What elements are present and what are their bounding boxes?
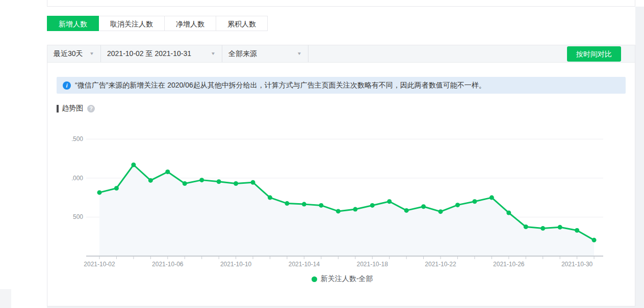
chart-point[interactable] bbox=[302, 202, 306, 207]
chart-point[interactable] bbox=[558, 225, 562, 230]
chart-point[interactable] bbox=[234, 181, 238, 186]
question-icon[interactable]: ? bbox=[87, 105, 95, 113]
chart-point[interactable] bbox=[524, 225, 528, 229]
chart-point[interactable] bbox=[592, 238, 597, 242]
trend-card: 最近30天 ▼ 2021-10-02 至 2021-10-31 ▼ 全部来源 ▼… bbox=[47, 45, 635, 306]
chart-y-label: 1000 bbox=[72, 175, 83, 182]
chevron-down-icon: ▼ bbox=[211, 51, 216, 56]
chart-point[interactable] bbox=[421, 204, 426, 209]
source-value: 全部来源 bbox=[228, 49, 257, 59]
page-background-corner bbox=[0, 289, 11, 308]
filter-bar: 最近30天 ▼ 2021-10-02 至 2021-10-31 ▼ 全部来源 ▼… bbox=[47, 45, 635, 63]
chart-x-label: 2021-10-30 bbox=[561, 261, 593, 268]
chart-point[interactable] bbox=[439, 209, 443, 214]
chart-point[interactable] bbox=[490, 195, 494, 200]
chart-x-label: 2021-10-22 bbox=[425, 261, 456, 268]
source-select[interactable]: 全部来源 ▼ bbox=[222, 45, 308, 62]
time-range-value: 最近30天 bbox=[54, 49, 83, 59]
chart-point[interactable] bbox=[540, 226, 545, 231]
chart-point[interactable] bbox=[353, 207, 357, 212]
notice-banner: i “微信广告”来源的新增关注在 2020/06起从其他中拆分给出，计算方式与广… bbox=[57, 77, 626, 94]
info-icon: i bbox=[63, 81, 71, 90]
chart-point[interactable] bbox=[251, 180, 255, 185]
chart-x-label: 2021-10-18 bbox=[357, 261, 389, 268]
chart-point[interactable] bbox=[217, 179, 221, 184]
page-background-right bbox=[635, 7, 644, 308]
chevron-down-icon: ▼ bbox=[297, 51, 302, 56]
trend-chart[interactable]: 500100015002021-10-022021-10-062021-10-1… bbox=[72, 130, 612, 268]
chart-y-label: 500 bbox=[73, 213, 83, 220]
metric-tabs: 新增人数 取消关注人数 净增人数 累积人数 bbox=[47, 16, 268, 31]
chart-point[interactable] bbox=[148, 178, 153, 183]
time-range-select[interactable]: 最近30天 ▼ bbox=[47, 45, 101, 62]
date-range-picker[interactable]: 2021-10-02 至 2021-10-31 ▼ bbox=[101, 45, 222, 62]
chart-point[interactable] bbox=[370, 203, 375, 208]
page: 新增人数 取消关注人数 净增人数 累积人数 最近30天 ▼ 2021-10-02… bbox=[0, 0, 644, 308]
section-title: 趋势图 bbox=[62, 104, 83, 113]
chart-point[interactable] bbox=[336, 209, 341, 213]
chart-point[interactable] bbox=[506, 210, 511, 215]
chart-point[interactable] bbox=[455, 203, 460, 207]
tab-new-followers[interactable]: 新增人数 bbox=[47, 16, 99, 31]
previous-card-edge bbox=[47, 0, 635, 7]
chart-point[interactable] bbox=[114, 186, 119, 190]
legend-dot bbox=[312, 276, 317, 282]
chart-point[interactable] bbox=[319, 203, 323, 208]
date-range-value: 2021-10-02 至 2021-10-31 bbox=[107, 49, 191, 59]
chart-point[interactable] bbox=[131, 162, 136, 167]
section-header: 趋势图 ? bbox=[57, 104, 95, 113]
chart-x-label: 2021-10-26 bbox=[493, 261, 525, 268]
tab-net-growth[interactable]: 净增人数 bbox=[164, 16, 216, 31]
chart-x-label: 2021-10-02 bbox=[84, 261, 115, 268]
chart-x-label: 2021-10-06 bbox=[152, 261, 184, 268]
tab-unfollowed[interactable]: 取消关注人数 bbox=[98, 16, 165, 31]
chart-y-label: 1500 bbox=[72, 135, 83, 143]
tab-cumulative[interactable]: 累积人数 bbox=[216, 16, 268, 31]
legend-label: 新关注人数-全部 bbox=[321, 274, 373, 284]
filter-spacer bbox=[308, 45, 567, 62]
chart-point[interactable] bbox=[183, 181, 187, 186]
chart-point[interactable] bbox=[268, 195, 272, 200]
chart-point[interactable] bbox=[165, 170, 170, 174]
chart-point[interactable] bbox=[285, 201, 289, 206]
chart-point[interactable] bbox=[575, 228, 579, 233]
notice-text: “微信广告”来源的新增关注在 2020/06起从其他中拆分给出，计算方式与广告主… bbox=[75, 81, 486, 90]
chart-x-label: 2021-10-14 bbox=[289, 261, 320, 268]
chart-point[interactable] bbox=[472, 199, 477, 204]
chart-legend[interactable]: 新关注人数-全部 bbox=[72, 274, 612, 284]
chart-point[interactable] bbox=[387, 199, 392, 204]
chart-point[interactable] bbox=[404, 208, 409, 213]
chevron-down-icon: ▼ bbox=[89, 51, 94, 56]
chart-point[interactable] bbox=[97, 190, 102, 195]
compare-by-time-button[interactable]: 按时间对比 bbox=[567, 46, 621, 62]
chart-point[interactable] bbox=[199, 178, 204, 182]
chart-x-label: 2021-10-10 bbox=[220, 261, 252, 268]
title-bar-mark bbox=[57, 105, 59, 113]
